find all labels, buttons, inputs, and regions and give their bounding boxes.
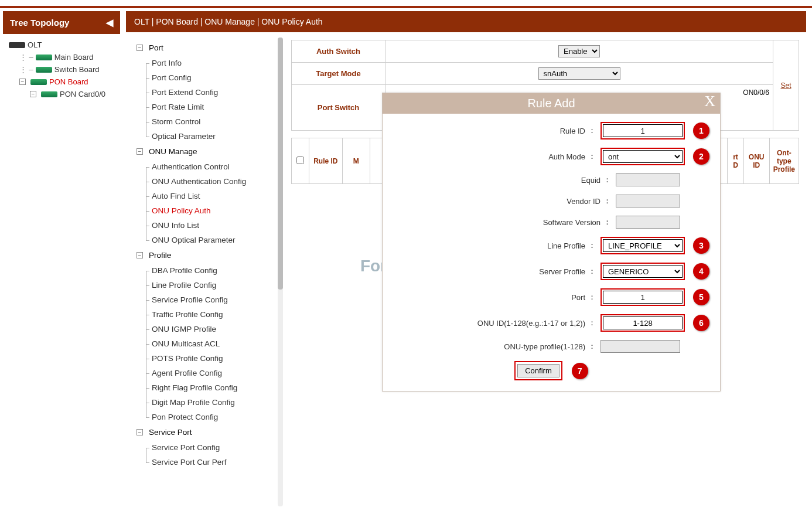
tree-label: Switch Board [54, 65, 100, 74]
auth-switch-select[interactable]: Enable [558, 45, 600, 57]
nav-item[interactable]: POTS Profile Config [128, 351, 281, 366]
server-profile-select[interactable]: GENERICO [603, 265, 683, 278]
form-row-equid: Equid： [393, 173, 709, 186]
server-profile-label: Server Profile [539, 267, 585, 276]
collapse-arrow-icon[interactable]: ◀ [106, 17, 113, 28]
collapse-icon[interactable]: − [137, 429, 143, 435]
tree-node-switch-board[interactable]: ⋮ – Switch Board [5, 63, 118, 76]
vendor-id-label: Vendor ID [567, 197, 601, 206]
secondary-nav: − Port Port Info Port Config Port Extend… [126, 35, 284, 510]
nav-item[interactable]: Storm Control [128, 114, 281, 129]
nav-group-onu[interactable]: − ONU Manage [128, 144, 281, 159]
form-row-port: Port： 5 [393, 288, 709, 306]
auth-switch-label: Auth Switch [292, 40, 385, 63]
rule-add-modal: Rule Add X Rule ID： 1 Auth Mode： ont 2 E… [382, 93, 721, 392]
collapse-icon[interactable]: − [30, 91, 36, 97]
nav-item[interactable]: DBA Profile Config [128, 263, 281, 278]
header-port-id: rtD [728, 138, 744, 184]
board-icon [30, 79, 47, 85]
nav-item[interactable]: Authentication Control [128, 159, 281, 174]
tree-node-olt[interactable]: OLT [5, 39, 118, 51]
onu-id-label: ONU ID(1-128(e.g.:1-17 or 1,2)) [477, 319, 585, 328]
form-row-auth-mode: Auth Mode： ont 2 [393, 148, 709, 165]
header-onu-id: ONU ID [743, 138, 769, 184]
nav-item[interactable]: ONU Authentication Config [128, 174, 281, 189]
nav-item[interactable]: Auto Find List [128, 189, 281, 203]
nav-item[interactable]: Service Port Cur Perf [128, 455, 281, 469]
olt-icon [9, 42, 25, 48]
form-row-software-version: Software Version： [393, 216, 709, 229]
port-label: Port [571, 293, 585, 302]
form-row-rule-id: Rule ID： 1 [393, 122, 709, 139]
confirm-button[interactable]: Confirm [517, 364, 559, 377]
modal-title: Rule Add [527, 97, 575, 110]
nav-item[interactable]: ONU Multicast ACL [128, 336, 281, 351]
line-profile-select[interactable]: LINE_PROFILE [603, 239, 683, 252]
onu-type-input[interactable] [601, 340, 680, 353]
nav-item[interactable]: Service Profile Config [128, 292, 281, 307]
tree-node-pon-board[interactable]: − PON Board [5, 76, 118, 88]
callout-3: 3 [693, 237, 709, 254]
form-row-vendor-id: Vendor ID： [393, 195, 709, 207]
vendor-id-input[interactable] [616, 195, 680, 207]
nav-item-onu-policy-auth[interactable]: ONU Policy Auth [128, 203, 281, 218]
software-version-input[interactable] [616, 216, 680, 229]
auth-mode-label: Auth Mode [548, 152, 585, 161]
nav-group-port[interactable]: − Port [128, 40, 281, 56]
port-input[interactable] [603, 291, 683, 304]
nav-item[interactable]: Port Rate Limit [128, 100, 281, 114]
callout-1: 1 [693, 122, 709, 139]
board-icon [41, 91, 57, 97]
nav-item[interactable]: Digit Map Profile Config [128, 395, 281, 410]
rule-id-input[interactable] [603, 124, 683, 137]
nav-item[interactable]: Service Port Config [128, 440, 281, 455]
tree-node-pon-card[interactable]: − PON Card0/0 [5, 88, 118, 100]
tree-label: Main Board [54, 53, 93, 62]
tree-label: OLT [28, 40, 42, 49]
form-row-server-profile: Server Profile： GENERICO 4 [393, 263, 709, 280]
callout-2: 2 [693, 148, 709, 165]
scrollbar-thumb[interactable] [278, 38, 283, 290]
close-icon[interactable]: X [704, 93, 715, 110]
select-all-checkbox[interactable] [296, 156, 304, 164]
collapse-icon[interactable]: − [137, 45, 143, 51]
nav-item[interactable]: Optical Parameter [128, 129, 281, 144]
nav-group-service-port[interactable]: − Service Port [128, 424, 281, 440]
nav-item[interactable]: Port Config [128, 70, 281, 85]
target-mode-label: Target Mode [292, 63, 385, 85]
equid-input[interactable] [616, 173, 680, 186]
nav-item[interactable]: Agent Profile Config [128, 366, 281, 380]
collapse-icon[interactable]: − [137, 148, 143, 155]
form-row-line-profile: Line Profile： LINE_PROFILE 3 [393, 237, 709, 254]
callout-6: 6 [693, 315, 709, 331]
breadcrumb-text: OLT | PON Board | ONU Manage | ONU Polic… [134, 17, 323, 26]
set-link[interactable]: Set [780, 81, 791, 90]
nav-item[interactable]: Port Extend Config [128, 85, 281, 100]
onu-id-input[interactable] [603, 316, 683, 329]
nav-item[interactable]: ONU Optical Parameter [128, 233, 281, 247]
port-switch-label: Port Switch [292, 85, 385, 131]
nav-group-label: Profile [149, 251, 171, 260]
auth-mode-select[interactable]: ont [603, 150, 683, 163]
collapse-icon[interactable]: − [137, 252, 143, 258]
nav-item[interactable]: Pon Protect Config [128, 410, 281, 424]
nav-item[interactable]: ONU Info List [128, 218, 281, 233]
tree-node-main-board[interactable]: ⋮ – Main Board [5, 51, 118, 63]
modal-footer: Confirm 7 [393, 361, 709, 380]
nav-item[interactable]: ONU IGMP Profile [128, 322, 281, 336]
tree-label: PON Card0/0 [60, 90, 105, 98]
nav-item[interactable]: Traffic Profile Config [128, 307, 281, 322]
modal-header: Rule Add X [383, 93, 720, 114]
nav-group-profile[interactable]: − Profile [128, 247, 281, 263]
port-switch-value-peek: ON0/0/6 [743, 88, 769, 97]
callout-5: 5 [693, 289, 709, 305]
line-profile-label: Line Profile [547, 241, 585, 250]
collapse-icon[interactable]: − [19, 79, 26, 85]
nav-item[interactable]: Port Info [128, 56, 281, 70]
target-mode-select[interactable]: snAuth [538, 67, 620, 80]
tree-label: PON Board [49, 77, 88, 86]
callout-7: 7 [572, 363, 588, 379]
nav-item[interactable]: Line Profile Config [128, 278, 281, 292]
nav-item[interactable]: Right Flag Profile Config [128, 380, 281, 395]
header-mode: M [342, 138, 370, 184]
